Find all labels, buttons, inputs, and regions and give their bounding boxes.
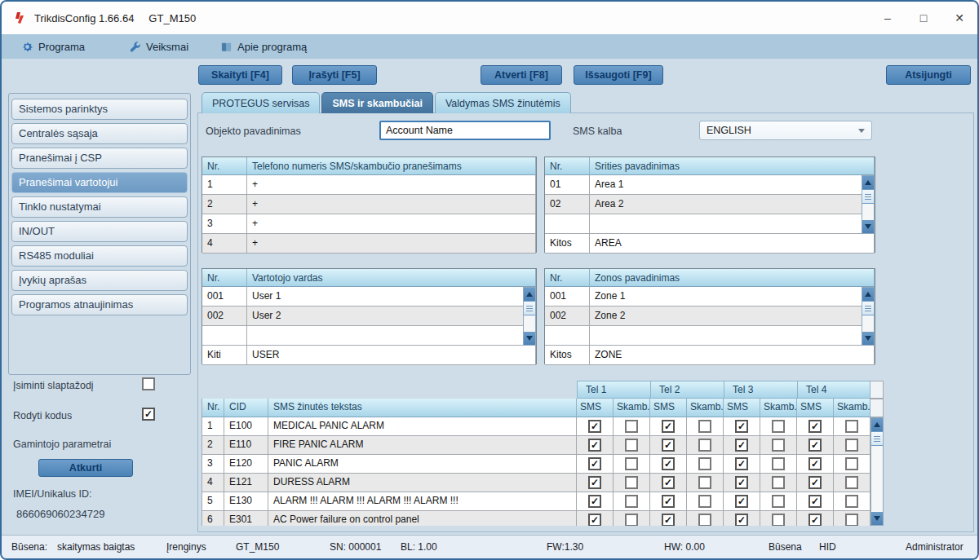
status-item-b-sena: Būsena: [769, 541, 802, 553]
status-item-b-sena: Būsena:: [11, 541, 47, 553]
show-codes-checkbox[interactable]: ✓: [142, 408, 155, 421]
status-item-fw-1-30: FW:1.30: [547, 541, 583, 553]
show-codes-label: Rodyti kodus: [13, 410, 72, 421]
close-button[interactable]: ✕: [941, 2, 977, 34]
status-item-gt-m150: GT_M150: [236, 541, 279, 553]
remember-password-checkbox[interactable]: [142, 377, 155, 390]
menu-item-label: Veiksmai: [146, 41, 188, 53]
sidebar-item-central-s-s-saja[interactable]: Centralės sąsaja: [11, 123, 188, 144]
menu-bar: ProgramaVeiksmaiApie programą: [2, 34, 977, 59]
manufacturer-params-label: Gamintojo parametrai: [13, 439, 111, 450]
menu-item-label: Apie programą: [237, 41, 307, 53]
status-item-hw-0-00: HW: 0.00: [664, 541, 705, 553]
sidebar-nav: Sistemos parinktysCentralės sąsajaPraneš…: [8, 93, 191, 375]
device-title: GT_M150: [148, 12, 196, 24]
status-item-administrator: Administrator: [906, 541, 963, 553]
book-icon: [220, 41, 233, 53]
wrench-icon: [129, 41, 141, 53]
sidebar-item-vyki-apra-as[interactable]: Įvykių aprašas: [11, 270, 188, 291]
gear-icon: [21, 41, 33, 53]
title-bar: TrikdisConfig 1.66.64 GT_M150 – □ ✕: [2, 2, 977, 34]
sidebar-item-prane-imai-vartotojui[interactable]: Pranešimai vartotojui: [11, 172, 188, 193]
write-button[interactable]: Įrašyti [F5]: [292, 65, 377, 85]
window-controls: – □ ✕: [870, 2, 977, 34]
content-panel: [197, 112, 974, 532]
tab-valdymas-sms-inut-mis[interactable]: Valdymas SMS žinutėmis: [435, 92, 571, 113]
restore-button[interactable]: Atkurti: [38, 459, 133, 477]
status-item-renginys: Įrenginys: [166, 541, 206, 553]
sidebar-item-in-out[interactable]: IN/OUT: [11, 221, 188, 242]
status-item-bl-1-00: BL: 1.00: [401, 541, 437, 553]
status-item-sn-000001: SN: 000001: [330, 541, 381, 553]
maximize-button[interactable]: □: [906, 2, 941, 34]
sidebar-item-rs485-moduliai[interactable]: RS485 moduliai: [11, 245, 188, 267]
remember-password-label: Įsiminti slaptažodį: [13, 380, 94, 391]
tab-protegus-servisas[interactable]: PROTEGUS servisas: [202, 92, 320, 113]
menu-item-apie-program[interactable]: Apie programą: [215, 34, 312, 59]
open-button[interactable]: Atverti [F8]: [481, 65, 562, 85]
app-icon: [13, 11, 26, 24]
app-title: TrikdisConfig 1.66.64: [34, 12, 134, 24]
status-item-skaitymas-baigtas: skaitymas baigtas: [57, 541, 135, 553]
sidebar-item-prane-imai-csp[interactable]: Pranešimai į CSP: [11, 148, 188, 169]
sidebar-item-tinklo-nustatymai[interactable]: Tinklo nustatymai: [11, 196, 188, 218]
read-button[interactable]: Skaityti [F4]: [198, 65, 282, 85]
sidebar-item-programos-atnaujinimas[interactable]: Programos atnaujinimas: [11, 294, 188, 315]
imei-label: IMEI/Unikalus ID:: [13, 488, 92, 500]
disconnect-button[interactable]: Atsijungti: [886, 65, 971, 85]
menu-item-veiksmai[interactable]: Veiksmai: [124, 34, 193, 59]
status-item-hid: HID: [819, 541, 836, 553]
tab-sms-ir-skambu-iai[interactable]: SMS ir skambučiai: [321, 92, 432, 113]
menu-item-programa[interactable]: Programa: [16, 34, 90, 59]
sidebar-item-sistemos-parinktys[interactable]: Sistemos parinktys: [11, 99, 188, 120]
app-window: TrikdisConfig 1.66.64 GT_M150 – □ ✕ Prog…: [0, 0, 979, 560]
status-bar: Būsena:skaitymas baigtasĮrenginysGT_M150…: [2, 535, 977, 558]
save-button[interactable]: Išsaugoti [F9]: [574, 65, 663, 85]
imei-value: 866069060234729: [16, 508, 104, 520]
menu-item-label: Programa: [38, 41, 85, 53]
minimize-button[interactable]: –: [870, 2, 906, 34]
tab-strip: PROTEGUS servisasSMS ir skambučiaiValdym…: [202, 92, 573, 113]
